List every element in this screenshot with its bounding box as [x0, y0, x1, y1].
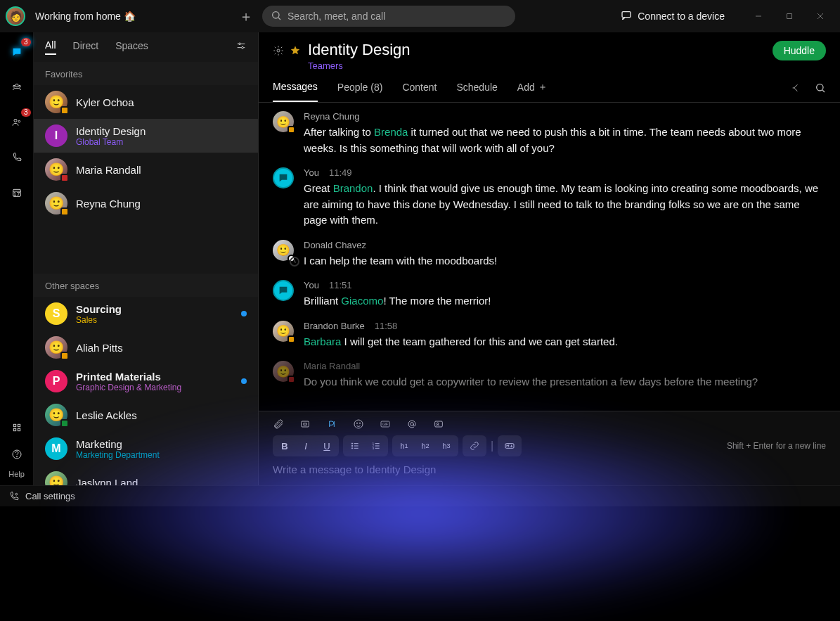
message: 🙂Brandon Burke11:58Barbara I will get th…	[273, 321, 826, 350]
svg-point-10	[14, 119, 17, 122]
mention[interactable]: Giacomo	[341, 295, 383, 307]
svg-point-9	[18, 85, 20, 87]
sidebar-item-subtitle: Sales	[76, 315, 122, 325]
message-text: After talking to Brenda it turned out th…	[304, 124, 826, 156]
presence-status	[60, 106, 69, 115]
search-input[interactable]: Search, meet, and call	[262, 6, 515, 27]
svg-point-8	[13, 85, 15, 87]
sidebar-item-kyler-ochoa[interactable]: 🙂Kyler Ochoa	[34, 85, 258, 119]
svg-point-11	[18, 120, 20, 122]
avatar: I	[45, 124, 67, 147]
sidebar-item-title: Printed Materials	[76, 371, 181, 383]
presence-status	[60, 207, 69, 216]
message: 🙂Maria RandallDo you think we could get …	[273, 361, 826, 390]
conv-tab-people[interactable]: People (8)	[337, 82, 383, 101]
svg-line-1	[278, 18, 280, 20]
message-time: 11:51	[329, 280, 352, 290]
connect-device-label: Connect to a device	[638, 11, 725, 22]
decorative-glow	[0, 422, 840, 605]
avatar: 🙂	[45, 336, 67, 359]
nav-contacts[interactable]: 3	[6, 111, 28, 134]
tab-direct[interactable]: Direct	[73, 40, 99, 54]
message-author: You11:49	[304, 167, 826, 178]
nav-calls[interactable]	[6, 146, 28, 169]
settings-icon[interactable]	[273, 45, 284, 56]
chat-badge: 3	[21, 38, 31, 46]
huddle-button[interactable]: Huddle	[773, 41, 826, 60]
mention[interactable]: Brenda	[374, 126, 408, 138]
message-author: You11:51	[304, 280, 826, 290]
nav-calendar[interactable]: 17	[6, 181, 28, 204]
connect-device-button[interactable]: Connect to a device	[615, 10, 730, 23]
new-action-button[interactable]: ＋	[235, 6, 257, 27]
message-time: 11:58	[375, 321, 398, 331]
status-text[interactable]: Working from home 🏠	[35, 11, 136, 22]
conversation-title: Identity Design	[308, 41, 411, 59]
avatar: 🙂	[45, 91, 67, 113]
message: You11:49Great Brandon. I think that woul…	[273, 167, 826, 229]
tab-spaces[interactable]: Spaces	[115, 40, 148, 54]
search-icon	[271, 10, 282, 23]
sidebar-item-maria-randall[interactable]: 🙂Maria Randall	[34, 153, 258, 186]
nav-chat[interactable]: 3	[6, 41, 28, 63]
mention[interactable]: Brandon	[333, 182, 373, 194]
conv-tab-messages[interactable]: Messages	[273, 81, 318, 102]
svg-point-25	[817, 84, 823, 91]
message-avatar	[273, 280, 294, 301]
avatar: P	[45, 370, 67, 392]
contacts-badge: 3	[21, 108, 31, 117]
nav-teams[interactable]	[6, 76, 28, 98]
message-text: I can help the team with the moodboards!	[304, 253, 826, 269]
cast-icon	[621, 10, 632, 23]
message-avatar: 🙂	[273, 240, 294, 261]
sidebar-item-title: Sourcing	[76, 303, 122, 315]
conv-search-icon[interactable]	[815, 82, 826, 94]
sidebar-item-title: Maria Randall	[76, 164, 141, 176]
unread-dot	[241, 311, 247, 316]
window-minimize[interactable]	[744, 5, 773, 27]
avatar: 🙂	[45, 158, 67, 181]
svg-line-26	[822, 90, 825, 92]
svg-point-23	[242, 46, 244, 49]
message-author: Maria Randall	[304, 361, 826, 371]
avatar: S	[45, 302, 67, 325]
message-avatar	[273, 167, 294, 188]
presence-status	[60, 352, 69, 360]
sidebar-item-sourcing[interactable]: SSourcingSales	[34, 297, 258, 331]
mention[interactable]: Barbara	[304, 335, 341, 347]
message: 🙂Donald ChavezI can help the team with t…	[273, 240, 826, 269]
message-avatar: 🙂	[273, 321, 294, 342]
sidebar-item-reyna-chung[interactable]: 🙂Reyna Chung	[34, 186, 258, 220]
sidebar-item-subtitle: Global Team	[76, 137, 146, 147]
favorite-star-icon[interactable]	[290, 45, 301, 56]
filter-icon[interactable]	[235, 40, 247, 54]
message: 🙂Reyna ChungAfter talking to Brenda it t…	[273, 111, 826, 156]
conv-tab-schedule[interactable]: Schedule	[456, 82, 497, 101]
panel-icon[interactable]	[791, 82, 802, 94]
user-avatar[interactable]: 🧑	[6, 6, 25, 26]
sidebar-item-aliah-pitts[interactable]: 🙂Aliah Pitts	[34, 331, 258, 364]
window-maximize[interactable]	[775, 5, 803, 27]
window-close[interactable]	[806, 5, 834, 27]
sidebar-item-identity-design[interactable]: IIdentity DesignGlobal Team	[34, 119, 258, 153]
svg-point-0	[273, 11, 279, 18]
presence-status	[60, 174, 69, 182]
message-author: Donald Chavez	[304, 240, 826, 250]
message-text: Brilliant Giacomo! The more the merrior!	[304, 293, 826, 309]
presence-status	[287, 335, 295, 343]
tab-all[interactable]: All	[45, 39, 56, 55]
clock-status-icon	[287, 255, 295, 262]
sidebar-item-printed-materials[interactable]: PPrinted MaterialsGraphic Design & Marke…	[34, 364, 258, 398]
conv-tab-add[interactable]: Add＋	[517, 81, 548, 102]
message-author: Reyna Chung	[304, 111, 826, 122]
svg-rect-4	[787, 14, 792, 19]
sidebar-item-title: Reyna Chung	[76, 198, 141, 210]
unread-dot	[241, 378, 247, 384]
conv-tab-content[interactable]: Content	[402, 82, 437, 101]
svg-point-7	[15, 84, 18, 87]
message-author: Brandon Burke11:58	[304, 321, 826, 331]
conversation-team[interactable]: Teamers	[308, 60, 411, 71]
search-placeholder: Search, meet, and call	[287, 11, 385, 22]
avatar: 🙂	[45, 192, 67, 215]
calendar-day: 17	[13, 191, 20, 198]
